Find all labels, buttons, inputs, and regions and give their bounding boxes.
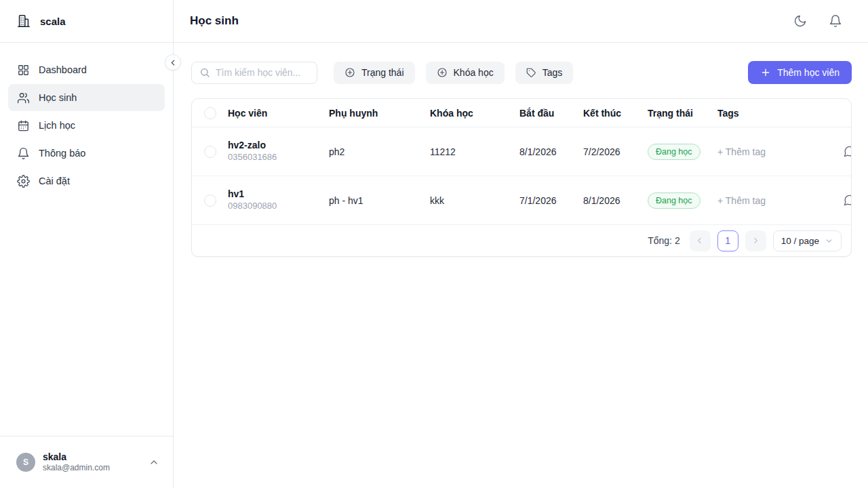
start-date-cell: 7/1/2026 [519,195,583,206]
gear-icon [17,175,30,188]
sidebar-item-label: Cài đặt [39,176,70,186]
filter-label: Tags [542,67,563,78]
grid-icon [17,64,30,77]
topbar: Học sinh [174,0,868,43]
sidebar-collapse-button[interactable] [165,54,181,70]
prev-page-button[interactable] [690,230,711,251]
chevron-left-icon [695,236,705,245]
table-row[interactable]: hv1 0983090880 ph - hv1 kkk 7/1/2026 8/1… [192,176,851,225]
column-header: Học viên [228,108,329,119]
filter-status-button[interactable]: Trạng thái [334,62,415,84]
main-area: Học sinh [174,0,868,488]
table-row[interactable]: hv2-zalo 0356031686 ph2 11212 8/1/2026 7… [192,127,851,176]
filter-label: Trạng thái [361,67,404,78]
next-page-button[interactable] [745,230,766,251]
page-number-button[interactable]: 1 [717,230,738,251]
column-header: Khóa học [430,108,519,119]
sidebar-item-label: Học sinh [39,92,77,103]
column-header: Bắt đầu [519,108,583,119]
chevron-down-icon [825,237,833,245]
sidebar-item-schedule[interactable]: Lịch học [8,112,165,139]
sidebar: scala Dashboard Học sinh [0,0,174,488]
moon-icon[interactable] [793,14,807,28]
sidebar-item-settings[interactable]: Cài đặt [8,167,165,195]
sidebar-item-notifications[interactable]: Thông báo [8,140,165,167]
start-date-cell: 8/1/2026 [519,146,583,157]
toolbar: Trạng thái Khóa học Tags [191,61,852,84]
row-checkbox[interactable] [204,195,216,207]
plus-circle-icon [344,67,355,78]
avatar: S [16,453,35,472]
chevron-up-icon[interactable] [149,457,159,468]
building-icon [16,14,31,28]
student-phone: 0983090880 [228,200,329,213]
course-cell: 11212 [430,146,519,157]
plus-circle-icon [437,67,448,78]
add-tag-button[interactable]: + Thêm tag [717,146,766,157]
page-size-value: 10 / page [781,236,819,246]
column-header: Trạng thái [648,108,717,119]
status-badge: Đang học [648,144,701,160]
sidebar-item-dashboard[interactable]: Dashboard [8,56,165,83]
parent-cell: ph - hv1 [329,195,430,206]
bell-icon[interactable] [829,14,842,28]
add-student-label: Thêm học viên [777,67,840,78]
chevron-right-icon [751,236,760,245]
tag-icon [526,68,536,78]
students-table: Học viên Phụ huynh Khóa học Bắt đầu Kết … [191,98,852,257]
parent-cell: ph2 [329,146,430,157]
page-size-select[interactable]: 10 / page [773,230,842,251]
chevron-left-icon [169,58,178,67]
calendar-icon [17,119,30,132]
row-checkbox[interactable] [204,146,216,158]
add-student-button[interactable]: Thêm học viên [748,61,852,84]
sidebar-item-label: Thông báo [39,148,85,159]
user-menu[interactable]: S skala skala@admin.com [0,436,173,488]
end-date-cell: 8/1/2026 [583,195,648,206]
student-name: hv2-zalo [228,139,329,151]
sidebar-item-students[interactable]: Học sinh [8,84,165,111]
select-all-checkbox[interactable] [204,107,216,119]
filter-tags-button[interactable]: Tags [515,62,574,84]
chat-bubble-icon[interactable] [843,194,852,207]
sidebar-item-label: Dashboard [39,64,87,75]
sidebar-item-label: Lịch học [39,120,75,131]
user-name: skala [43,451,141,464]
end-date-cell: 7/2/2026 [583,146,648,157]
student-name: hv1 [228,188,329,200]
column-header: Kết thúc [583,108,648,119]
page-title: Học sinh [190,14,239,28]
topbar-actions [793,14,842,28]
add-tag-button[interactable]: + Thêm tag [717,195,766,206]
user-meta: skala skala@admin.com [43,451,141,474]
filter-course-button[interactable]: Khóa học [426,62,505,84]
search-input[interactable] [216,67,309,78]
plus-icon [760,67,771,78]
sidebar-brand: scala [0,0,173,43]
status-badge: Đang học [648,192,701,209]
table-header-row: Học viên Phụ huynh Khóa học Bắt đầu Kết … [192,99,851,127]
brand-name: scala [40,16,66,27]
column-header: Tags [717,108,820,119]
search-box [191,62,317,84]
bell-icon [17,147,30,160]
content: Trạng thái Khóa học Tags [174,43,868,257]
user-email: skala@admin.com [43,463,141,473]
sidebar-nav: Dashboard Học sinh Lịch học [0,43,173,208]
sidebar-spacer [0,208,173,436]
total-count: Tổng: 2 [648,235,679,246]
chat-bubble-icon[interactable] [843,145,852,158]
column-header: Phụ huynh [329,108,430,119]
course-cell: kkk [430,195,519,206]
users-icon [17,92,30,104]
filter-label: Khóa học [454,67,494,78]
search-icon [199,67,210,78]
student-phone: 0356031686 [228,151,329,164]
table-footer: Tổng: 2 1 1 [192,225,851,256]
